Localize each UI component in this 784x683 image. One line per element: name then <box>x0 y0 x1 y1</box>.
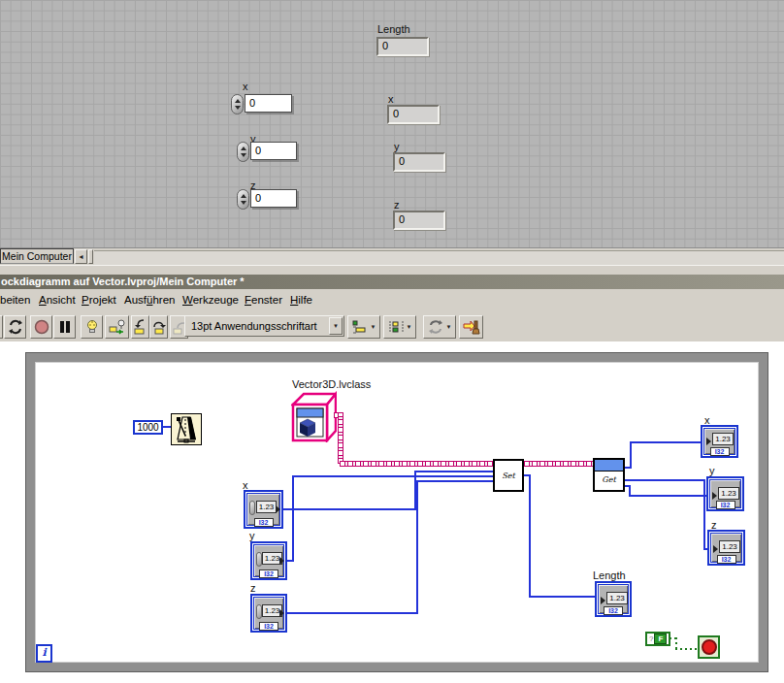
x-indicator: 0 <box>387 105 440 124</box>
y-terminal-label: y <box>249 531 255 541</box>
y-control-spinner[interactable] <box>237 142 249 162</box>
set-node[interactable]: Set <box>493 459 524 492</box>
numeric-constant-1000[interactable]: 1000 <box>133 420 163 435</box>
z-control-terminal[interactable]: 1.23 I32 <box>250 594 287 633</box>
distribute-objects-icon <box>388 320 405 334</box>
while-loop-border[interactable] <box>26 353 768 671</box>
length-indicator-terminal[interactable]: 1.23 I32 <box>595 581 632 617</box>
cleanup-diagram-button[interactable] <box>459 315 483 339</box>
menu-item-bearbeiten[interactable]: beiten <box>0 294 30 306</box>
distribute-objects-dropdown[interactable]: ▼ <box>383 315 416 339</box>
input-arrow <box>712 492 717 500</box>
output-arrow <box>279 609 284 617</box>
type-badge: I32 <box>254 518 274 527</box>
x-indicator-terminal[interactable]: 1.23 I32 <box>701 425 738 458</box>
wire-get-z-horizontal[interactable] <box>625 479 705 481</box>
y-control-field[interactable]: 0 <box>250 142 297 160</box>
wire-x-horizontal[interactable] <box>283 508 416 510</box>
vector3d-class-constant[interactable] <box>291 391 337 442</box>
boolean-false-value: F <box>654 634 667 644</box>
wire-z-horizontal[interactable] <box>287 612 418 614</box>
menu-text: ilfe <box>298 294 312 306</box>
x-control-spinner[interactable] <box>231 94 244 114</box>
lightbulb-icon <box>84 319 100 335</box>
loop-condition-terminal[interactable] <box>698 635 720 659</box>
cycle-arrows-icon <box>8 319 23 335</box>
class-wire-to-set[interactable] <box>340 461 493 467</box>
menu-item-werkzeuge[interactable]: Werkzeuge <box>182 294 239 306</box>
wire-get-to-x[interactable] <box>630 441 702 443</box>
class-wire-set-to-get[interactable] <box>524 461 593 467</box>
highlight-execution-button[interactable] <box>81 315 103 339</box>
loop-iteration-terminal[interactable]: i <box>36 644 52 663</box>
menu-item-fenster[interactable]: Fenster <box>245 294 282 306</box>
panel-tab-bar: Mein Computer ◂ <box>0 248 784 265</box>
step-into-button[interactable] <box>131 315 149 339</box>
z-control-spinner[interactable] <box>237 189 249 210</box>
x-control-field[interactable]: 0 <box>245 94 292 113</box>
length-terminal-label: Length <box>593 570 626 581</box>
x-control-label: x <box>243 81 248 92</box>
align-objects-dropdown[interactable]: ▼ <box>347 315 380 339</box>
wire-y-to-set[interactable] <box>292 475 493 477</box>
font-selector[interactable]: 13pt Anwendungsschriftart ▼ <box>184 315 344 337</box>
tab-scroll-left-button[interactable]: ◂ <box>75 249 87 264</box>
wire-z-to-set[interactable] <box>416 480 493 482</box>
pause-button[interactable] <box>53 315 76 339</box>
wait-ms-function[interactable] <box>171 413 202 445</box>
class-wire-vertical[interactable] <box>338 413 343 464</box>
wire-z-vertical[interactable] <box>416 481 418 614</box>
wire-get-x-vertical[interactable] <box>630 442 632 469</box>
labview-screen: Length 0 x 0 y 0 z 0 x 0 y 0 z 0 Mein Co… <box>0 0 784 683</box>
wire-constant-to-wait[interactable] <box>163 426 171 428</box>
run-button[interactable] <box>0 315 3 339</box>
menu-item-ausfuehren[interactable]: Ausführen <box>124 294 175 306</box>
step-over-icon <box>152 319 166 335</box>
broom-icon <box>463 319 480 335</box>
block-diagram-canvas: 1000 Vector3D.lvclass <box>0 342 784 683</box>
set-node-label: Set <box>495 472 522 480</box>
font-selector-dropdown-button[interactable]: ▼ <box>329 317 343 335</box>
dropdown-arrow: ▼ <box>371 324 376 330</box>
step-over-button[interactable] <box>149 315 168 339</box>
z-control-field[interactable]: 0 <box>250 189 297 208</box>
front-panel-grid: Length 0 x 0 y 0 z 0 x 0 y 0 z 0 <box>0 0 784 248</box>
menu-accel: F <box>245 294 251 306</box>
terminal-panel: 1.23 I32 <box>710 533 742 563</box>
menu-item-projekt[interactable]: Projekt <box>82 294 116 306</box>
y-control-terminal[interactable]: 1.23 I32 <box>250 541 287 580</box>
output-arrow <box>276 505 280 513</box>
abort-button[interactable] <box>30 315 52 339</box>
get-node[interactable]: Get <box>593 458 625 492</box>
terminal-spinner <box>249 501 255 515</box>
type-badge: I32 <box>717 555 736 564</box>
z-indicator-terminal[interactable]: 1.23 I32 <box>707 530 745 566</box>
menu-text: hren <box>152 294 175 306</box>
terminal-value: 1.23 <box>256 501 277 513</box>
y-indicator-terminal[interactable]: 1.23 I32 <box>706 476 744 511</box>
wire-get-to-y[interactable] <box>629 495 707 497</box>
false-boolean-constant[interactable]: ? F <box>645 632 670 646</box>
step-into-icon <box>134 319 147 335</box>
reorder-dropdown[interactable]: ▼ <box>423 315 456 339</box>
menu-item-hilfe[interactable]: Hilfe <box>290 294 312 306</box>
run-continuous-button[interactable] <box>4 315 26 339</box>
x-control-terminal[interactable]: 1.23 I32 <box>244 490 283 529</box>
tab-bar-divider <box>88 249 93 264</box>
x-indicator-label: x <box>388 94 394 105</box>
wire-x-to-set[interactable] <box>414 471 493 472</box>
wire-get-z-vertical[interactable] <box>703 479 705 549</box>
terminal-panel: 1.23 I32 <box>246 493 280 526</box>
boolean-wire-to-stop[interactable] <box>675 648 699 650</box>
font-selector-value: 13pt Anwendungsschriftart <box>191 320 317 332</box>
wire-y-vertical[interactable] <box>292 476 294 562</box>
tab-scrollbar-track[interactable] <box>94 250 784 265</box>
menu-text: beiten <box>0 294 30 306</box>
wire-set-to-length-vertical[interactable] <box>529 474 531 598</box>
y-indicator-label: y <box>394 142 400 152</box>
input-arrow <box>713 545 718 553</box>
retain-wire-values-button[interactable] <box>105 315 129 339</box>
wire-to-length[interactable] <box>529 596 595 598</box>
menu-item-ansicht[interactable]: Ansicht <box>39 294 76 306</box>
tab-mein-computer[interactable]: Mein Computer <box>0 248 74 264</box>
